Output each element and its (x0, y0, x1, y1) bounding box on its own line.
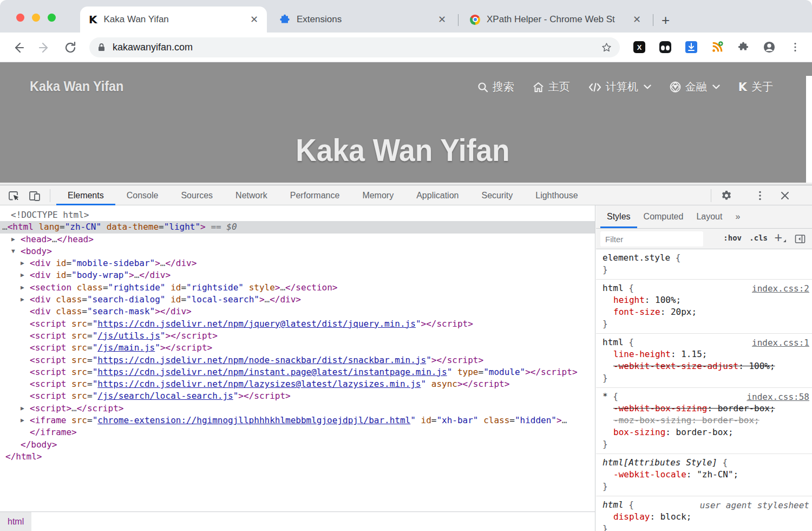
css-property[interactable]: line-height: 1.15; (603, 348, 807, 360)
sidebar-tab-styles[interactable]: Styles (600, 205, 637, 228)
style-rule[interactable]: element.style {} (596, 249, 812, 280)
minimize-window-button[interactable] (32, 14, 40, 22)
zoom-window-button[interactable] (48, 14, 56, 22)
style-rule[interactable]: html {index.css:2height: 100%;font-size:… (596, 280, 812, 334)
tree-row[interactable]: ▶<div id="body-wrap">…</div> (0, 269, 595, 281)
stylesheet-link[interactable]: index.css:2 (752, 283, 809, 295)
tree-row[interactable]: </body> (0, 439, 595, 451)
reload-button[interactable] (63, 40, 78, 55)
sidebar-tab-layout[interactable]: Layout (690, 205, 729, 228)
css-property[interactable]: -webkit-locale: "zh-CN"; (603, 469, 807, 481)
sidebar-tab-computed[interactable]: Computed (637, 205, 690, 228)
devtools-close-icon[interactable] (778, 189, 791, 202)
nav-home[interactable]: 主页 (533, 80, 570, 94)
devtools-tab-network[interactable]: Network (224, 185, 279, 205)
devtools-tab-application[interactable]: Application (405, 185, 470, 205)
tab-close-icon[interactable]: ✕ (250, 14, 258, 25)
devtools-tab-lighthouse[interactable]: Lighthouse (524, 185, 589, 205)
css-property[interactable]: box-sizing: border-box; (603, 426, 807, 438)
eyes-extension-icon[interactable] (659, 41, 671, 53)
css-property[interactable]: height: 100%; (603, 294, 807, 306)
back-button[interactable] (11, 40, 26, 55)
nav-about[interactable]: K 关于 (738, 80, 773, 94)
devtools-tab-security[interactable]: Security (470, 185, 524, 205)
profile-avatar[interactable] (763, 41, 775, 53)
tree-row[interactable]: ▶<script>…</script> (0, 403, 595, 415)
page-scrollbar[interactable] (806, 76, 812, 183)
devtools-tab-sources[interactable]: Sources (169, 185, 224, 205)
tree-row[interactable]: <script src="/js/search/local-search.js"… (0, 390, 595, 402)
devtools-tab-elements[interactable]: Elements (56, 185, 115, 205)
device-toolbar-icon[interactable] (28, 189, 41, 202)
tree-row[interactable]: ▶<iframe src="chrome-extension://hgimnog… (0, 415, 595, 426)
css-property[interactable]: font-size: 20px; (603, 306, 807, 318)
expand-arrow-icon[interactable]: ▶ (21, 294, 24, 306)
css-property[interactable]: -webkit-box-sizing: border-box; (603, 403, 807, 415)
tree-row[interactable]: …<html lang="zh-CN" data-theme="light"> … (0, 221, 595, 233)
devtools-menu-icon[interactable] (754, 189, 767, 202)
tree-row[interactable]: <script src="https://cdn.jsdelivr.net/np… (0, 354, 595, 366)
toggle-sidebar-icon[interactable] (795, 234, 806, 244)
css-property[interactable]: -webkit-text-size-adjust: 100%; (603, 360, 807, 372)
element-class-toggle[interactable]: .cls (749, 234, 768, 242)
extensions-menu-icon[interactable] (737, 41, 749, 53)
tab-close-icon[interactable]: ✕ (438, 14, 446, 25)
tree-row[interactable]: <!DOCTYPE html> (0, 209, 595, 221)
expand-arrow-icon[interactable]: ▶ (21, 282, 24, 294)
devtools-tab-performance[interactable]: Performance (279, 185, 351, 205)
x-extension-icon[interactable]: X (633, 41, 645, 53)
tree-row[interactable]: ▶<div id="mobile-sidebar">…</div> (0, 257, 595, 269)
expand-arrow-icon[interactable]: ▶ (21, 403, 24, 415)
bookmark-star-icon[interactable] (601, 42, 612, 53)
expand-arrow-icon[interactable]: ▶ (21, 257, 24, 269)
style-rule[interactable]: html[Attributes Style] {-webkit-locale: … (596, 454, 812, 496)
download-extension-icon[interactable] (685, 41, 697, 53)
nav-finance[interactable]: 金融 (670, 80, 720, 94)
address-bar[interactable]: kakawanyifan.com (89, 37, 620, 57)
pseudo-state-toggle[interactable]: :hov (723, 234, 742, 242)
forward-button[interactable] (37, 40, 52, 55)
collapse-arrow-icon[interactable]: ▼ (11, 245, 15, 257)
tree-row[interactable]: <script src="https://cdn.jsdelivr.net/np… (0, 378, 595, 390)
tree-row[interactable]: <script src="https://cdn.jsdelivr.net/np… (0, 318, 595, 330)
devtools-settings-gear-icon[interactable] (720, 189, 733, 202)
devtools-tab-console[interactable]: Console (115, 185, 170, 205)
style-rule[interactable]: html {index.css:1line-height: 1.15;-webk… (596, 334, 812, 388)
styles-filter-input[interactable]: Filter (600, 231, 703, 247)
css-property[interactable]: -moz-box-sizing: border-box; (603, 415, 807, 426)
stylesheet-link[interactable]: index.css:1 (752, 337, 809, 349)
expand-arrow-icon[interactable]: ▶ (11, 234, 15, 245)
inspect-element-icon[interactable] (7, 189, 20, 202)
tree-row[interactable]: ▶<div class="search-dialog" id="local-se… (0, 294, 595, 306)
expand-arrow-icon[interactable]: ▶ (21, 415, 24, 426)
breadcrumb-html[interactable]: html (0, 512, 31, 531)
tree-row[interactable]: </iframe> (0, 426, 595, 438)
site-logo[interactable]: Kaka Wan Yifan (30, 78, 123, 95)
devtools-tab-memory[interactable]: Memory (351, 185, 405, 205)
rss-extension-icon[interactable] (711, 41, 723, 53)
tree-row[interactable]: <script src="/js/main.js"></script> (0, 342, 595, 354)
tree-row[interactable]: <script src="/js/utils.js"></script> (0, 330, 595, 342)
tree-row[interactable]: ▼<body> (0, 245, 595, 257)
close-window-button[interactable] (16, 14, 24, 22)
nav-search[interactable]: 搜索 (477, 80, 514, 94)
tree-row[interactable]: <script src="https://cdn.jsdelivr.net/np… (0, 366, 595, 378)
style-rule[interactable]: html {user agent stylesheetdisplay: bloc… (596, 496, 812, 531)
tree-row[interactable]: <div class="search-mask"></div> (0, 306, 595, 318)
tab-close-icon[interactable]: ✕ (633, 14, 641, 25)
browser-tab-kaka[interactable]: K Kaka Wan Yifan ✕ (80, 7, 267, 33)
tree-row[interactable]: ▶<head>…</head> (0, 234, 595, 245)
new-tab-button[interactable]: + (662, 12, 670, 29)
browser-tab-extensions[interactable]: Extensions ✕ (271, 7, 455, 33)
style-rule[interactable]: * {index.css:58-webkit-box-sizing: borde… (596, 388, 812, 454)
css-property[interactable]: display: block; (603, 511, 807, 523)
browser-tab-xpath[interactable]: XPath Helper - Chrome Web St ✕ (461, 7, 650, 33)
tree-row[interactable]: </html> (0, 451, 595, 463)
sidebar-more-tabs-icon[interactable]: » (729, 205, 746, 228)
nav-computer[interactable]: 计算机 (588, 80, 651, 94)
stylesheet-link[interactable]: index.css:58 (746, 391, 809, 403)
browser-menu-icon[interactable] (789, 41, 801, 53)
tree-row[interactable]: ▶<section class="rightside" id="rightsid… (0, 282, 595, 294)
new-style-rule-button[interactable]: + (774, 230, 782, 245)
expand-arrow-icon[interactable]: ▶ (21, 269, 24, 281)
